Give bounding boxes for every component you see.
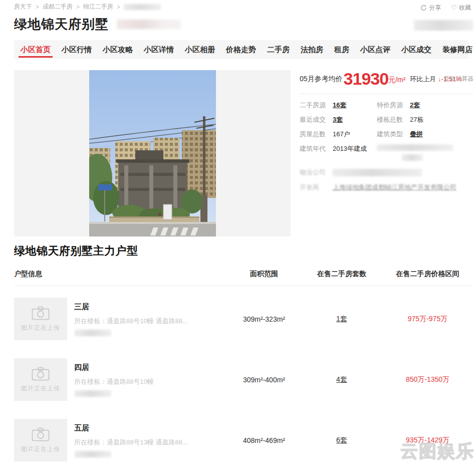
header-listing-count: 在售二手房套数 (302, 270, 382, 279)
community-tabbar: 小区首页 小区行情 小区攻略 小区详情 小区相册 价格走势 二手房 法拍房 租房… (14, 40, 468, 59)
layout-line2-redacted (74, 390, 111, 397)
breadcrumb-city[interactable]: 成都二手房 (43, 3, 73, 11)
layout-line2-redacted (74, 330, 111, 336)
property-mgmt-label: 物业公司 (300, 168, 333, 177)
header-layout-info: 户型信息 (14, 270, 226, 279)
layout-text: 三居 所在楼栋：通盈路88号10幢 通盈路88... (74, 298, 188, 340)
breadcrumb-home[interactable]: 房天下 (14, 3, 32, 11)
title-row: 绿地锦天府别墅 (14, 16, 181, 33)
layout-line2-redacted (74, 451, 111, 457)
layout-info-cell: 图片正在上传 四居 所在楼栋：通盈路88号10幢 (14, 358, 226, 401)
layout-name[interactable]: 四居 (74, 363, 154, 372)
developer-label: 开发商 (300, 183, 333, 192)
listing-count-link[interactable]: 4套 (336, 375, 347, 383)
breadcrumb-redacted-item (124, 4, 161, 10)
tab-rent[interactable]: 租房 (334, 40, 350, 59)
listing-count-link[interactable]: 1套 (336, 315, 347, 323)
info-grid: 二手房源 16套 特价房源 2套 最近成交 3套 楼栋总数 27栋 房屋总数 1… (300, 101, 473, 161)
breadcrumb-separator: > (117, 4, 120, 11)
info-build-year: 建筑年代 2013年建成 (300, 144, 377, 161)
community-photo[interactable] (89, 70, 216, 237)
layout-photo-placeholder[interactable]: 图片正在上传 (14, 298, 67, 340)
summary-panel: 05月参考均价 31930 元/m² 环比上月↓-1.51% 贷款计算器 二手房… (300, 70, 473, 192)
building-type-link[interactable]: 叠拼 (410, 130, 423, 139)
tab-renovation[interactable]: 装修网店 (442, 40, 473, 59)
info-unit-count: 房屋总数 167户 (300, 130, 377, 139)
listing-count-cell: 4套 (302, 375, 382, 384)
info-special-listings: 特价房源 2套 (377, 101, 473, 110)
loan-calculator-link[interactable]: 贷款计算器 (443, 75, 473, 83)
layout-text: 四居 所在楼栋：通盈路88号10幢 (74, 358, 154, 401)
info-developer-redacted: 开发商 上海绿地集团成都锦江房地产开发有限公司 (300, 183, 473, 192)
panel-divider (300, 94, 473, 94)
section-title-main-layouts: 绿地锦天府别墅主力户型 (14, 244, 138, 259)
developer-value-redacted: 上海绿地集团成都锦江房地产开发有限公司 (333, 183, 456, 192)
layouts-table: 户型信息 面积范围 在售二手房套数 在售二手房价格区间 图片正在上传 三居 所在… (14, 267, 473, 461)
upload-placeholder-text: 图片正在上传 (21, 324, 60, 332)
tab-resale[interactable]: 二手房 (267, 40, 290, 59)
favorite-label: 收藏 (459, 4, 471, 12)
tab-album[interactable]: 小区相册 (184, 40, 215, 59)
heart-icon: ♡ (451, 5, 457, 11)
camera-icon (32, 306, 50, 320)
layout-name[interactable]: 五居 (74, 423, 188, 433)
layout-building-redacted: 所在楼栋：通盈路88号10幢 (74, 377, 154, 386)
layout-info-cell: 图片正在上传 三居 所在楼栋：通盈路88号10幢 通盈路88... (14, 298, 226, 340)
header-area-range: 面积范围 (226, 270, 302, 279)
area-range-cell: 309m²-323m² (226, 315, 302, 323)
breadcrumb-separator: > (36, 4, 39, 11)
share-icon (420, 5, 427, 11)
community-detail-page: 房天下 > 成都二手房 > 锦江二手房 > 分享 ♡ 收藏 绿地锦天府别墅 小区… (0, 0, 476, 467)
upload-placeholder-text: 图片正在上传 (21, 384, 60, 393)
avg-price-value: 31930 (344, 70, 389, 87)
header-actions: 分享 ♡ 收藏 (420, 4, 471, 12)
price-range-cell: 975万-975万 (382, 315, 473, 324)
listing-count-cell: 1套 (302, 315, 382, 324)
layout-photo-placeholder[interactable]: 图片正在上传 (14, 419, 67, 461)
price-row: 05月参考均价 31930 元/m² 环比上月↓-1.51% 贷款计算器 (300, 70, 473, 87)
tab-details[interactable]: 小区详情 (143, 40, 174, 59)
table-row[interactable]: 图片正在上传 三居 所在楼栋：通盈路88号10幢 通盈路88... 309m²-… (14, 298, 473, 340)
layout-info-cell: 图片正在上传 五居 所在楼栋：通盈路88号13幢 通盈路88... (14, 419, 226, 461)
layout-photo-placeholder[interactable]: 图片正在上传 (14, 358, 67, 401)
title-redacted-block (117, 20, 181, 29)
resale-count-link[interactable]: 16套 (333, 101, 346, 110)
property-mgmt-value-redacted (333, 169, 422, 176)
price-range-cell: 850万-1350万 (382, 375, 473, 384)
tab-auction[interactable]: 法拍房 (300, 40, 324, 59)
breadcrumb-district[interactable]: 锦江二手房 (83, 3, 113, 11)
listing-count-cell: 6套 (302, 436, 382, 445)
tab-market[interactable]: 小区行情 (61, 40, 92, 59)
layout-text: 五居 所在楼栋：通盈路88号13幢 通盈路88... (74, 419, 188, 461)
mom-label: 环比上月 (410, 75, 436, 83)
tab-guide[interactable]: 小区攻略 (102, 40, 133, 59)
breadcrumb-separator: > (76, 4, 80, 11)
info-address-redacted (377, 144, 473, 161)
tab-transactions[interactable]: 小区成交 (401, 40, 432, 59)
recent-deals-link[interactable]: 3套 (333, 115, 343, 124)
share-button[interactable]: 分享 (420, 4, 441, 12)
area-range-cell: 309m²-400m² (226, 376, 302, 384)
tab-reviews[interactable]: 小区点评 (360, 40, 391, 59)
listing-count-link[interactable]: 6套 (336, 436, 347, 444)
page-title: 绿地锦天府别墅 (14, 16, 109, 33)
favorite-button[interactable]: ♡ 收藏 (451, 4, 471, 12)
info-property-mgmt-redacted: 物业公司 (300, 168, 473, 177)
layout-building-redacted: 所在楼栋：通盈路88号13幢 通盈路88... (74, 438, 188, 447)
tab-price-trend[interactable]: 价格走势 (225, 40, 257, 59)
table-row[interactable]: 图片正在上传 四居 所在楼栋：通盈路88号10幢 309m²-400m² 4套 … (14, 358, 473, 401)
info-building-count: 楼栋总数 27栋 (377, 115, 473, 124)
special-count-link[interactable]: 2套 (410, 101, 420, 110)
info-building-type: 建筑类型 叠拼 (377, 130, 473, 139)
camera-icon (32, 427, 50, 441)
avg-price-label: 05月参考均价 (300, 75, 343, 87)
layout-building-redacted: 所在楼栋：通盈路88号10幢 通盈路88... (74, 317, 188, 326)
info-recent-deals: 最近成交 3套 (300, 115, 377, 124)
photo-gallery (14, 70, 291, 237)
upload-placeholder-text: 图片正在上传 (21, 445, 60, 453)
share-label: 分享 (429, 4, 441, 12)
price-unit: 元/m² (388, 76, 405, 87)
camera-icon (32, 367, 50, 381)
tab-community-home[interactable]: 小区首页 (20, 40, 51, 59)
layout-name[interactable]: 三居 (74, 302, 188, 312)
